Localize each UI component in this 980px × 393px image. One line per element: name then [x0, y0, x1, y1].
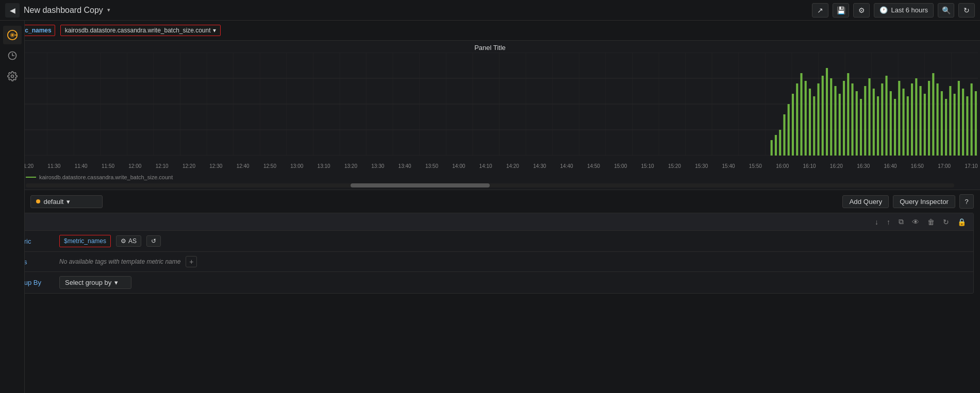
x-label-1340: 13:40 [398, 163, 411, 169]
x-label-1210: 12:10 [156, 163, 169, 169]
svg-rect-44 [788, 104, 790, 156]
svg-rect-56 [839, 94, 841, 156]
chart-svg [21, 53, 978, 156]
share-button[interactable]: ↗ [812, 3, 828, 18]
svg-rect-81 [945, 99, 947, 156]
x-label-1620: 16:20 [830, 163, 843, 169]
query-block-actions: ↓ ↑ ⧉ 👁 🗑 ↻ 🔒 [873, 216, 968, 227]
svg-rect-72 [907, 96, 909, 156]
svg-rect-59 [851, 83, 853, 156]
svg-rect-54 [830, 78, 832, 156]
chart-title: Panel Title [0, 41, 980, 53]
svg-rect-74 [915, 78, 917, 156]
add-tag-button[interactable]: + [186, 256, 197, 267]
chart-scrollbar-thumb[interactable] [351, 183, 490, 187]
svg-rect-43 [783, 114, 785, 156]
move-down-button[interactable]: ↓ [873, 217, 881, 227]
as-button[interactable]: ⚙ AS [116, 235, 141, 247]
svg-rect-61 [860, 99, 862, 156]
svg-rect-67 [885, 76, 887, 156]
hide-query-button[interactable]: 👁 [910, 217, 921, 227]
datasource-label: default [43, 198, 63, 206]
chart-container: Panel Title 20 15 10 5 0 [0, 41, 980, 190]
save-button[interactable]: 💾 [833, 3, 849, 18]
query-block-a: ▾ A ↓ ↑ ⧉ 👁 🗑 ↻ 🔒 Metric $metric_names ⚙… [6, 213, 974, 294]
svg-rect-86 [966, 96, 968, 156]
move-up-button[interactable]: ↑ [885, 217, 892, 227]
svg-rect-65 [877, 96, 879, 156]
svg-point-94 [11, 75, 13, 78]
time-range-label: Last 6 hours [891, 6, 928, 14]
metric-name-bar: metric_names kairosdb.datastore.cassandr… [0, 21, 980, 41]
svg-rect-64 [873, 89, 875, 156]
title-dropdown-icon[interactable]: ▾ [107, 7, 110, 13]
x-label-1350: 13:50 [425, 163, 438, 169]
datasource-selector[interactable]: default ▾ [30, 195, 103, 208]
svg-rect-71 [903, 89, 905, 156]
tags-placeholder: No available tags with template metric n… [59, 258, 180, 265]
x-label-1150: 11:50 [102, 163, 114, 169]
svg-rect-63 [868, 78, 870, 156]
tags-row: Tags No available tags with template met… [7, 252, 973, 272]
x-label-1450: 14:50 [587, 163, 600, 169]
x-label-1610: 16:10 [803, 163, 816, 169]
sidebar [0, 21, 25, 393]
x-label-1250: 12:50 [263, 163, 276, 169]
x-label-1300: 13:00 [290, 163, 303, 169]
svg-rect-70 [898, 81, 900, 156]
reset-button[interactable]: ↺ [146, 235, 161, 247]
svg-rect-53 [826, 68, 828, 156]
search-button[interactable]: 🔍 [938, 3, 954, 18]
time-range-button[interactable]: 🕐 Last 6 hours [874, 3, 934, 18]
metric-value-text: kairosdb.datastore.cassandra.write_batch… [65, 27, 211, 34]
top-bar: ◀ New dashboard Copy ▾ ↗ 💾 ⚙ 🕐 Last 6 ho… [0, 0, 980, 21]
x-label-1220: 12:20 [182, 163, 195, 169]
query-section: Query default ▾ Add Query Query Inspecto… [0, 190, 980, 298]
svg-rect-45 [792, 94, 794, 156]
top-bar-left: ◀ New dashboard Copy ▾ [5, 3, 110, 18]
x-label-1420: 14:20 [506, 163, 519, 169]
x-label-1200: 12:00 [128, 163, 141, 169]
svg-rect-83 [954, 94, 956, 156]
chart-scrollbar[interactable] [26, 183, 954, 187]
lock-query-button[interactable]: 🔒 [955, 217, 968, 227]
sidebar-dashboard-icon[interactable] [3, 46, 22, 65]
svg-rect-46 [796, 83, 798, 156]
metric-value-input[interactable]: $metric_names [59, 235, 111, 247]
refresh-query-button[interactable]: ↻ [941, 217, 951, 227]
x-label-1400: 14:00 [452, 163, 465, 169]
legend-line-icon [26, 177, 36, 178]
metric-row: Metric $metric_names ⚙ AS ↺ [7, 231, 973, 252]
help-button[interactable]: ? [959, 194, 974, 209]
svg-rect-51 [817, 83, 819, 156]
svg-rect-69 [894, 99, 896, 156]
svg-rect-49 [809, 89, 811, 156]
x-label-1330: 13:30 [371, 163, 384, 169]
delete-query-button[interactable]: 🗑 [925, 217, 937, 227]
x-label-1500: 15:00 [614, 163, 627, 169]
x-label-1700: 17:00 [938, 163, 951, 169]
clock-icon: 🕐 [879, 6, 888, 14]
svg-rect-52 [822, 76, 824, 156]
x-label-1240: 12:40 [237, 163, 250, 169]
metric-value-dropdown[interactable]: kairosdb.datastore.cassandra.write_batch… [60, 25, 221, 36]
query-controls: Add Query Query Inspector ? [842, 194, 974, 209]
sidebar-settings-icon[interactable] [3, 67, 22, 86]
svg-rect-87 [971, 83, 973, 156]
gear-icon: ⚙ [121, 237, 126, 245]
refresh-button[interactable]: ↻ [958, 3, 975, 18]
x-label-1320: 13:20 [344, 163, 357, 169]
x-label-1540: 15:40 [722, 163, 735, 169]
svg-rect-75 [920, 86, 922, 156]
svg-rect-79 [937, 83, 939, 156]
svg-rect-58 [847, 73, 849, 156]
settings-button[interactable]: ⚙ [853, 3, 870, 18]
back-button[interactable]: ◀ [5, 3, 20, 18]
svg-rect-41 [775, 135, 777, 156]
svg-rect-68 [890, 91, 892, 156]
sidebar-datasource-icon[interactable] [3, 26, 22, 44]
add-query-button[interactable]: Add Query [842, 195, 889, 208]
query-inspector-button[interactable]: Query Inspector [893, 195, 955, 208]
groupby-selector[interactable]: Select group by ▾ [59, 276, 131, 289]
copy-query-button[interactable]: ⧉ [896, 216, 906, 227]
